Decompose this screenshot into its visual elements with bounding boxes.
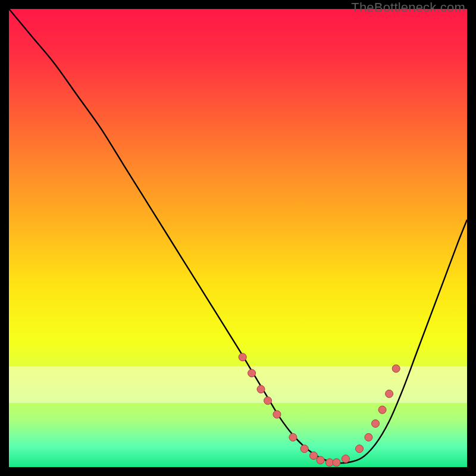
sample-point xyxy=(264,397,272,405)
sample-point xyxy=(273,411,281,418)
chart-frame xyxy=(9,9,467,467)
sample-point xyxy=(300,445,308,453)
sample-point xyxy=(310,452,318,459)
sample-point xyxy=(372,419,380,427)
watermark-text: TheBottleneck.com xyxy=(351,0,465,15)
sample-point xyxy=(239,353,246,361)
sample-point xyxy=(342,455,349,463)
sample-point xyxy=(317,456,324,464)
sample-point xyxy=(257,386,265,393)
bottleneck-chart xyxy=(9,9,467,467)
sample-point xyxy=(365,433,372,441)
sample-point xyxy=(289,433,297,441)
sample-point xyxy=(333,459,340,466)
sample-point xyxy=(392,365,400,372)
sample-point xyxy=(356,445,364,453)
sample-point xyxy=(248,369,256,377)
sample-point xyxy=(378,406,386,414)
sample-point xyxy=(386,390,393,397)
